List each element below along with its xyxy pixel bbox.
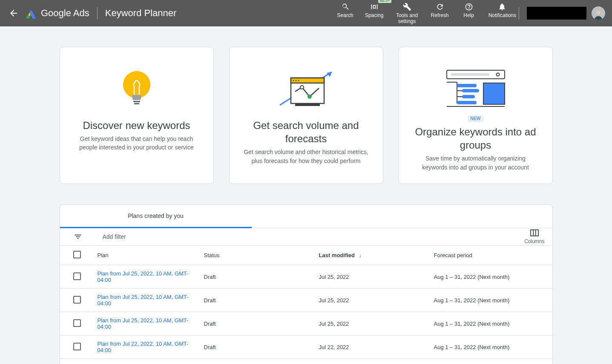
discover-keywords-card[interactable]: Discover new keywords Get keyword ideas … <box>60 47 214 184</box>
discover-card-desc: Get keyword ideas that can help you reac… <box>72 135 201 152</box>
column-header-modified[interactable]: Last modified ↓ <box>316 246 431 265</box>
filter-bar: Add filter Columns <box>60 228 552 246</box>
svg-rect-18 <box>451 73 489 76</box>
search-label: Search <box>337 12 353 18</box>
add-filter-button[interactable]: Add filter <box>103 233 126 240</box>
svg-point-15 <box>307 95 312 99</box>
search-icon <box>341 3 350 11</box>
column-header-plan[interactable]: Plan <box>94 246 201 265</box>
forecast-card-title: Get search volume and forecasts <box>241 119 371 145</box>
plan-status: Draft <box>201 359 316 364</box>
brand-logo[interactable]: Google Ads <box>26 8 89 19</box>
plan-link[interactable]: Plan from Jul 25, 2022, 10 AM, GMT-04:00 <box>98 294 189 307</box>
plan-forecast: Aug 1 – 31, 2022 (Next month) <box>431 335 552 359</box>
account-divider <box>519 7 519 20</box>
plan-forecast: Aug 1 – 31, 2022 (Next month) <box>431 289 552 312</box>
column-header-forecast[interactable]: Forecast period <box>431 246 552 265</box>
refresh-button[interactable]: Refresh <box>431 2 449 18</box>
plan-forecast: Aug 1 – 31, 2022 (Next month) <box>431 359 552 364</box>
header-divider <box>97 7 98 20</box>
svg-rect-28 <box>457 101 477 104</box>
tools-label: Tools and settings <box>394 12 420 25</box>
table-row: Plan from Jul 25, 2022, 10 AM, GMT-04:00… <box>60 265 552 289</box>
tools-settings-button[interactable]: Tools and settings <box>394 2 420 25</box>
svg-rect-31 <box>531 230 538 236</box>
help-label: Help <box>463 12 474 18</box>
svg-rect-16 <box>295 103 320 106</box>
plan-modified: Jul 22, 2022 <box>316 359 431 364</box>
lightbulb-icon <box>121 64 152 115</box>
organize-card-desc: Save time by automatically organizing ke… <box>411 154 540 172</box>
arrow-left-icon <box>9 8 19 18</box>
plan-status: Draft <box>201 312 316 335</box>
svg-point-14 <box>300 86 304 89</box>
google-ads-logo-icon <box>26 8 37 19</box>
back-button[interactable] <box>9 8 19 18</box>
plans-panel: Plans created by you Add filter Columns … <box>60 204 553 364</box>
svg-rect-25 <box>462 89 479 92</box>
bell-icon <box>498 3 506 11</box>
columns-label: Columns <box>524 238 544 244</box>
notifications-button[interactable]: Notifications <box>488 2 516 18</box>
discover-card-title: Discover new keywords <box>83 119 190 132</box>
plan-link[interactable]: Plan from Jul 25, 2022, 10 AM, GMT-04:00 <box>98 270 189 283</box>
row-checkbox[interactable] <box>73 319 81 327</box>
page-title: Keyword Planner <box>105 8 177 19</box>
spacing-button[interactable]: BETA Spacing <box>365 2 384 18</box>
help-icon <box>465 3 473 11</box>
svg-rect-3 <box>133 101 140 102</box>
table-row: Plan from Jul 22, 2022, 10 AM, GMT-04:00… <box>60 335 552 359</box>
search-button[interactable]: Search <box>336 2 355 18</box>
help-button[interactable]: Help <box>460 2 478 18</box>
row-checkbox[interactable] <box>73 296 81 304</box>
spacing-icon <box>370 3 379 11</box>
refresh-icon <box>436 3 444 11</box>
table-row: Plan from Jul 22, 2022, 10 AM, GMT-04:00… <box>60 359 552 364</box>
plan-status: Draft <box>201 265 316 289</box>
account-section <box>519 6 605 20</box>
svg-rect-29 <box>483 83 505 104</box>
row-checkbox[interactable] <box>73 272 81 280</box>
columns-button[interactable]: Columns <box>524 229 544 244</box>
plan-modified: Jul 22, 2022 <box>316 335 431 359</box>
organize-icon <box>442 64 510 112</box>
table-row: Plan from Jul 25, 2022, 10 AM, GMT-04:00… <box>60 289 552 312</box>
forecast-card[interactable]: Get search volume and forecasts Get sear… <box>229 47 383 184</box>
row-checkbox[interactable] <box>73 343 81 350</box>
svg-point-0 <box>26 15 30 19</box>
plan-status: Draft <box>201 335 316 359</box>
svg-rect-23 <box>457 84 477 87</box>
plans-table: Plan Status Last modified ↓ Forecast per… <box>60 246 552 364</box>
column-header-status[interactable]: Status <box>201 246 316 265</box>
plan-forecast: Aug 1 – 31, 2022 (Next month) <box>431 312 552 335</box>
refresh-label: Refresh <box>431 12 449 18</box>
svg-point-1 <box>596 11 600 14</box>
svg-rect-4 <box>134 103 139 104</box>
tab-plans-created-by-you[interactable]: Plans created by you <box>60 205 252 228</box>
plans-tabs: Plans created by you <box>60 205 552 228</box>
feature-cards: Discover new keywords Get keyword ideas … <box>60 47 553 184</box>
svg-point-11 <box>293 80 294 81</box>
wrench-icon <box>403 3 411 11</box>
user-avatar[interactable] <box>592 6 605 20</box>
plan-status: Draft <box>201 289 316 312</box>
organize-card[interactable]: NEW Organize keywords into ad groups Sav… <box>399 47 553 184</box>
forecast-card-desc: Get search volume and other historical m… <box>241 148 371 165</box>
plan-link[interactable]: Plan from Jul 22, 2022, 10 AM, GMT-04:00 <box>98 341 189 353</box>
account-info[interactable] <box>527 7 586 20</box>
columns-icon <box>530 229 539 237</box>
plan-modified: Jul 25, 2022 <box>316 265 431 289</box>
table-row: Plan from Jul 25, 2022, 10 AM, GMT-04:00… <box>60 312 552 335</box>
svg-point-12 <box>295 80 296 81</box>
plan-link[interactable]: Plan from Jul 25, 2022, 10 AM, GMT-04:00 <box>98 317 189 330</box>
plan-forecast: Aug 1 – 31, 2022 (Next month) <box>431 265 552 289</box>
plan-modified: Jul 25, 2022 <box>316 289 431 312</box>
app-header: Google Ads Keyword Planner Search BETA S… <box>0 0 612 26</box>
filter-icon[interactable] <box>73 232 83 241</box>
select-all-checkbox[interactable] <box>73 251 81 258</box>
arrow-down-icon: ↓ <box>359 252 362 258</box>
svg-point-13 <box>298 80 299 81</box>
brand-name: Google Ads <box>41 8 89 19</box>
beta-badge: BETA <box>378 0 391 3</box>
notifications-label: Notifications <box>488 12 516 18</box>
